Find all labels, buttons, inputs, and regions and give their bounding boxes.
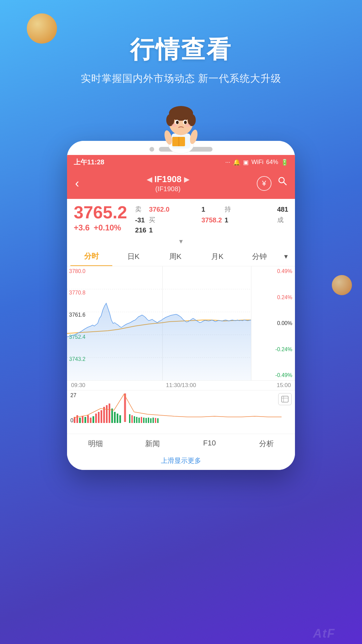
price-details: 卖 3762.0 1 持 481 -31 买 3758.2 1 成 216 1 [135,205,288,234]
character-illustration [158,97,204,154]
svg-rect-16 [178,137,179,146]
hold-change: -31 [135,216,146,224]
chart-right: 0.49% 0.24% 0.00% -0.24% -0.49% [251,266,295,380]
wifi-icon: WiFi [251,159,263,166]
buy-price: 3758.2 [201,216,222,224]
svg-rect-58 [155,418,156,423]
tab-fenxi[interactable]: 分析 [238,434,295,453]
bottom-tabs[interactable]: 明细 新闻 F10 分析 [67,434,295,453]
svg-rect-42 [109,404,110,423]
search-button[interactable] [278,176,287,191]
tab-yuek[interactable]: 月K [196,248,238,266]
svg-rect-37 [95,414,97,423]
volume-chart-svg [67,393,295,424]
hero-subtitle: 实时掌握国内外市场动态 新一代系统大升级 [0,72,362,86]
arrow-left-icon: ◀ [147,175,152,183]
right-label-4: -0.24% [254,346,292,353]
svg-rect-59 [157,418,159,423]
tab-fenshi[interactable]: 分时 [70,247,112,266]
price-change-pct: +0.10% [94,223,121,232]
price-chart-svg [67,266,251,380]
svg-rect-38 [98,412,100,423]
price-arrow: ▼ [67,237,295,247]
battery-text: 64% [266,159,278,166]
signal-icon: ··· [225,159,230,166]
svg-rect-32 [82,416,83,423]
status-bar: 上午11:28 ··· 🔔 ▣ WiFi 64% 🔋 [67,155,295,169]
nav-symbol: ◀ IF1908 ▶ [147,174,189,184]
svg-marker-24 [67,303,251,380]
right-label-5: -0.49% [254,372,292,378]
vol-label: 成 [277,216,288,224]
sell-price: 3762.0 [149,206,199,213]
svg-point-13 [172,124,177,127]
arrow-right-icon: ▶ [184,175,189,183]
nav-bar[interactable]: ‹ ◀ IF1908 ▶ (IF1908) ¥ [67,169,295,199]
nav-title: ◀ IF1908 ▶ (IF1908) [147,174,189,193]
alarm-icon: 🔔 [233,159,240,166]
svg-rect-52 [141,417,142,423]
hold-label: 持 [225,205,275,214]
back-button[interactable]: ‹ [75,176,79,191]
price-change: +3.6 +0.10% [74,223,127,232]
decoration-sphere-right [332,275,352,295]
tab-rik[interactable]: 日K [112,248,154,266]
currency-button[interactable]: ¥ [257,176,272,191]
svg-rect-56 [150,418,152,423]
buy-label: 买 [149,216,199,224]
svg-rect-30 [76,415,78,423]
hold-qty: 481 [277,206,288,213]
nav-actions: ¥ [257,176,287,191]
tab-zhouk[interactable]: 周K [154,248,196,266]
tab-fenzhong[interactable]: 分钟 [238,248,280,266]
svg-point-14 [185,124,190,127]
chart-left: 3780.0 3770.8 3761.6 3752.4 3743.2 [67,266,251,380]
right-label-1: 0.49% [254,268,292,274]
battery-icon: 🔋 [281,159,288,166]
svg-line-18 [284,182,286,185]
svg-rect-53 [143,418,144,423]
price-main: 3765.2 +3.6 +0.10% [74,204,127,232]
phone-mockup: 上午11:28 ··· 🔔 ▣ WiFi 64% 🔋 ‹ ◀ IF1908 ▶ … [67,141,295,470]
svg-rect-28 [124,393,126,422]
status-icons: ··· 🔔 ▣ WiFi 64% 🔋 [225,159,288,166]
price-section: 3765.2 +3.6 +0.10% 卖 3762.0 1 持 481 -31 … [67,199,295,237]
chart-tab-more[interactable]: ▼ [280,249,292,264]
vol-qty: 216 [135,226,146,234]
x-label-end: 15:00 [277,382,291,389]
svg-rect-35 [90,418,92,423]
svg-rect-51 [138,418,140,423]
svg-rect-33 [84,417,86,423]
buy-qty: 1 [225,216,275,224]
svg-rect-45 [117,414,118,423]
svg-rect-55 [148,418,149,423]
svg-rect-31 [79,418,81,423]
hero-section: 行情查看 实时掌握国内外市场动态 新一代系统大升级 [0,34,362,86]
svg-rect-29 [74,417,75,423]
right-label-2: 0.24% [254,294,292,301]
svg-rect-39 [101,410,102,423]
symbol-text: IF1908 [155,174,182,184]
svg-rect-34 [87,415,89,423]
price-change-abs: +3.6 [74,223,89,232]
svg-point-11 [176,121,179,124]
tab-f10[interactable]: F10 [181,434,238,453]
right-label-3: 0.00% [254,320,292,326]
svg-rect-43 [111,409,113,423]
svg-rect-46 [119,415,121,423]
status-time: 上午11:28 [74,158,104,167]
sell-qty: 1 [201,206,222,213]
svg-rect-57 [153,418,154,423]
svg-rect-54 [145,418,147,423]
chart-tabs[interactable]: 分时 日K 周K 月K 分钟 ▼ [67,247,295,266]
svg-rect-48 [131,415,133,423]
bottom-hint: 上滑显示更多 [67,453,295,470]
hero-title: 行情查看 [0,34,362,66]
tab-xinwen[interactable]: 新闻 [124,434,181,453]
chart-area: 3780.0 3770.8 3761.6 3752.4 3743.2 [67,266,295,380]
svg-rect-36 [93,416,94,423]
svg-rect-47 [129,414,130,423]
svg-rect-49 [134,416,135,423]
tab-mingxi[interactable]: 明细 [67,434,124,453]
nav-subtitle: (IF1908) [147,185,189,193]
